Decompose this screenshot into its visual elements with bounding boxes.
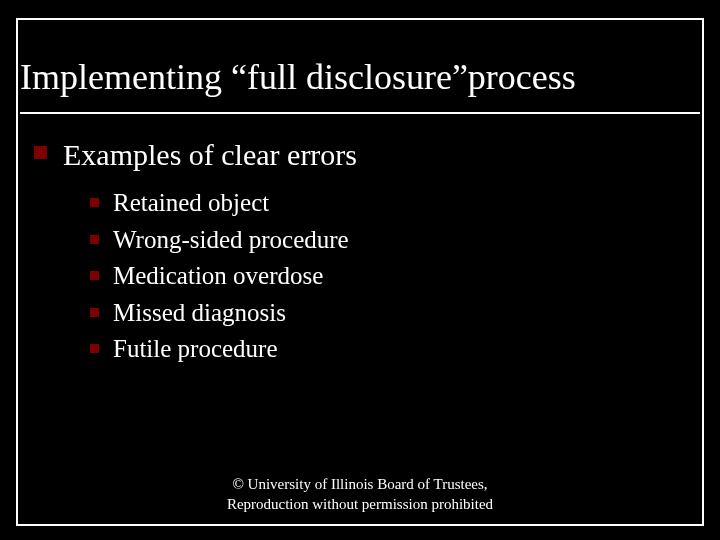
- footer-line2: Reproduction without permission prohibit…: [0, 494, 720, 514]
- footer-line1: © University of Illinois Board of Truste…: [0, 474, 720, 494]
- slide-frame: [16, 18, 704, 526]
- footer: © University of Illinois Board of Truste…: [0, 474, 720, 515]
- slide: Implementing “full disclosure”process Ex…: [0, 0, 720, 540]
